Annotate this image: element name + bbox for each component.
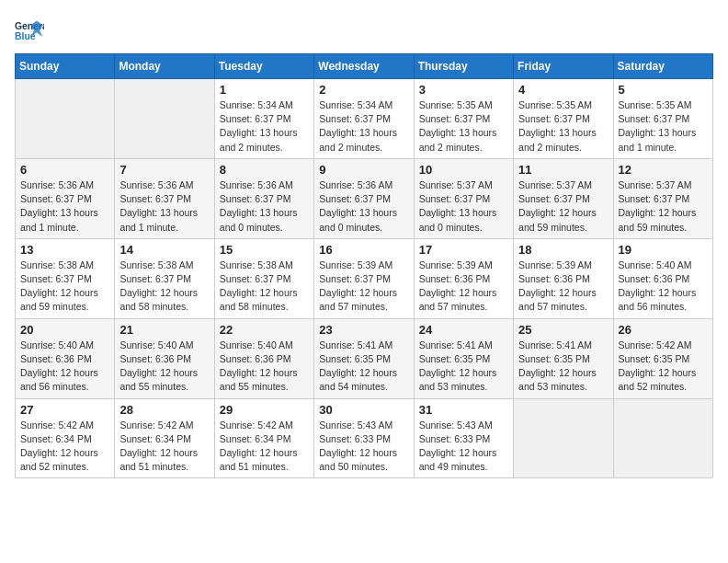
day-number: 6 — [20, 163, 109, 177]
page-header: General Blue — [15, 15, 713, 44]
day-number: 11 — [518, 163, 608, 177]
weekday-header: Wednesday — [314, 54, 414, 79]
weekday-header: Tuesday — [214, 54, 313, 79]
day-detail: Sunrise: 5:37 AMSunset: 6:37 PMDaylight:… — [518, 178, 608, 235]
day-number: 28 — [119, 403, 209, 417]
calendar-cell: 3Sunrise: 5:35 AMSunset: 6:37 PMDaylight… — [414, 79, 513, 159]
day-detail: Sunrise: 5:34 AMSunset: 6:37 PMDaylight:… — [319, 98, 408, 155]
calendar-cell: 18Sunrise: 5:39 AMSunset: 6:36 PMDayligh… — [514, 238, 613, 318]
day-detail: Sunrise: 5:41 AMSunset: 6:35 PMDaylight:… — [518, 339, 608, 395]
day-detail: Sunrise: 5:36 AMSunset: 6:37 PMDaylight:… — [119, 178, 209, 235]
calendar-cell: 4Sunrise: 5:35 AMSunset: 6:37 PMDaylight… — [514, 79, 613, 159]
day-number: 12 — [619, 163, 708, 177]
day-detail: Sunrise: 5:38 AMSunset: 6:37 PMDaylight:… — [119, 259, 209, 315]
day-detail: Sunrise: 5:36 AMSunset: 6:37 PMDaylight:… — [319, 178, 408, 235]
day-detail: Sunrise: 5:40 AMSunset: 6:36 PMDaylight:… — [20, 339, 109, 395]
weekday-header: Saturday — [613, 54, 712, 79]
day-number: 26 — [619, 323, 708, 337]
day-number: 21 — [119, 323, 209, 337]
weekday-header: Thursday — [414, 54, 513, 79]
day-detail: Sunrise: 5:37 AMSunset: 6:37 PMDaylight:… — [419, 178, 508, 235]
calendar-cell: 16Sunrise: 5:39 AMSunset: 6:37 PMDayligh… — [314, 238, 414, 318]
day-detail: Sunrise: 5:36 AMSunset: 6:37 PMDaylight:… — [20, 178, 109, 235]
day-detail: Sunrise: 5:39 AMSunset: 6:37 PMDaylight:… — [319, 259, 408, 315]
day-number: 5 — [619, 83, 708, 97]
day-detail: Sunrise: 5:39 AMSunset: 6:36 PMDaylight:… — [518, 259, 608, 315]
weekday-header: Monday — [115, 54, 214, 79]
weekday-header: Sunday — [16, 54, 115, 79]
calendar-cell: 14Sunrise: 5:38 AMSunset: 6:37 PMDayligh… — [115, 238, 214, 318]
calendar-cell: 24Sunrise: 5:41 AMSunset: 6:35 PMDayligh… — [414, 318, 513, 398]
day-number: 22 — [220, 323, 309, 337]
calendar-cell: 30Sunrise: 5:43 AMSunset: 6:33 PMDayligh… — [314, 398, 414, 478]
day-number: 10 — [419, 163, 508, 177]
logo-icon: General Blue — [15, 15, 44, 44]
day-detail: Sunrise: 5:40 AMSunset: 6:36 PMDaylight:… — [220, 339, 309, 395]
day-detail: Sunrise: 5:35 AMSunset: 6:37 PMDaylight:… — [419, 98, 508, 155]
day-detail: Sunrise: 5:42 AMSunset: 6:35 PMDaylight:… — [619, 339, 708, 395]
calendar-cell: 7Sunrise: 5:36 AMSunset: 6:37 PMDaylight… — [115, 158, 214, 238]
day-detail: Sunrise: 5:34 AMSunset: 6:37 PMDaylight:… — [220, 98, 309, 155]
day-detail: Sunrise: 5:42 AMSunset: 6:34 PMDaylight:… — [220, 419, 309, 475]
day-detail: Sunrise: 5:35 AMSunset: 6:37 PMDaylight:… — [619, 98, 708, 155]
calendar-cell: 5Sunrise: 5:35 AMSunset: 6:37 PMDaylight… — [613, 79, 712, 159]
calendar-cell — [514, 398, 613, 478]
day-detail: Sunrise: 5:43 AMSunset: 6:33 PMDaylight:… — [319, 419, 408, 475]
day-number: 23 — [319, 323, 408, 337]
calendar-cell: 15Sunrise: 5:38 AMSunset: 6:37 PMDayligh… — [214, 238, 313, 318]
calendar-table: SundayMondayTuesdayWednesdayThursdayFrid… — [15, 53, 713, 478]
calendar-cell — [115, 79, 214, 159]
calendar-cell: 29Sunrise: 5:42 AMSunset: 6:34 PMDayligh… — [214, 398, 313, 478]
day-number: 24 — [419, 323, 508, 337]
day-number: 13 — [20, 243, 109, 257]
calendar-cell: 20Sunrise: 5:40 AMSunset: 6:36 PMDayligh… — [16, 318, 115, 398]
day-number: 16 — [319, 243, 408, 257]
day-number: 3 — [419, 83, 508, 97]
day-number: 15 — [220, 243, 309, 257]
calendar-cell: 27Sunrise: 5:42 AMSunset: 6:34 PMDayligh… — [16, 398, 115, 478]
day-number: 19 — [619, 243, 708, 257]
calendar-cell: 23Sunrise: 5:41 AMSunset: 6:35 PMDayligh… — [314, 318, 414, 398]
day-detail: Sunrise: 5:38 AMSunset: 6:37 PMDaylight:… — [220, 259, 309, 315]
day-number: 2 — [319, 83, 408, 97]
svg-text:Blue: Blue — [15, 31, 36, 41]
calendar-cell: 8Sunrise: 5:36 AMSunset: 6:37 PMDaylight… — [214, 158, 313, 238]
day-number: 9 — [319, 163, 408, 177]
day-number: 25 — [518, 323, 608, 337]
calendar-cell: 17Sunrise: 5:39 AMSunset: 6:36 PMDayligh… — [414, 238, 513, 318]
day-number: 30 — [319, 403, 408, 417]
day-number: 20 — [20, 323, 109, 337]
calendar-cell: 19Sunrise: 5:40 AMSunset: 6:36 PMDayligh… — [613, 238, 712, 318]
day-number: 31 — [419, 403, 508, 417]
logo: General Blue — [15, 15, 48, 44]
day-detail: Sunrise: 5:35 AMSunset: 6:37 PMDaylight:… — [518, 98, 608, 155]
day-detail: Sunrise: 5:40 AMSunset: 6:36 PMDaylight:… — [119, 339, 209, 395]
calendar-cell: 26Sunrise: 5:42 AMSunset: 6:35 PMDayligh… — [613, 318, 712, 398]
calendar-cell: 28Sunrise: 5:42 AMSunset: 6:34 PMDayligh… — [115, 398, 214, 478]
day-number: 8 — [220, 163, 309, 177]
day-detail: Sunrise: 5:39 AMSunset: 6:36 PMDaylight:… — [419, 259, 508, 315]
day-detail: Sunrise: 5:43 AMSunset: 6:33 PMDaylight:… — [419, 419, 508, 475]
calendar-cell: 1Sunrise: 5:34 AMSunset: 6:37 PMDaylight… — [214, 79, 313, 159]
day-detail: Sunrise: 5:42 AMSunset: 6:34 PMDaylight:… — [20, 419, 109, 475]
day-detail: Sunrise: 5:42 AMSunset: 6:34 PMDaylight:… — [119, 419, 209, 475]
calendar-cell — [613, 398, 712, 478]
calendar-cell: 13Sunrise: 5:38 AMSunset: 6:37 PMDayligh… — [16, 238, 115, 318]
day-number: 4 — [518, 83, 608, 97]
day-number: 1 — [220, 83, 309, 97]
calendar-cell — [16, 79, 115, 159]
day-number: 29 — [220, 403, 309, 417]
calendar-cell: 11Sunrise: 5:37 AMSunset: 6:37 PMDayligh… — [514, 158, 613, 238]
calendar-cell: 21Sunrise: 5:40 AMSunset: 6:36 PMDayligh… — [115, 318, 214, 398]
calendar-cell: 12Sunrise: 5:37 AMSunset: 6:37 PMDayligh… — [613, 158, 712, 238]
day-detail: Sunrise: 5:41 AMSunset: 6:35 PMDaylight:… — [319, 339, 408, 395]
day-number: 27 — [20, 403, 109, 417]
calendar-cell: 6Sunrise: 5:36 AMSunset: 6:37 PMDaylight… — [16, 158, 115, 238]
day-number: 7 — [119, 163, 209, 177]
calendar-cell: 25Sunrise: 5:41 AMSunset: 6:35 PMDayligh… — [514, 318, 613, 398]
calendar-cell: 2Sunrise: 5:34 AMSunset: 6:37 PMDaylight… — [314, 79, 414, 159]
calendar-cell: 10Sunrise: 5:37 AMSunset: 6:37 PMDayligh… — [414, 158, 513, 238]
day-detail: Sunrise: 5:41 AMSunset: 6:35 PMDaylight:… — [419, 339, 508, 395]
day-number: 17 — [419, 243, 508, 257]
day-number: 14 — [119, 243, 209, 257]
